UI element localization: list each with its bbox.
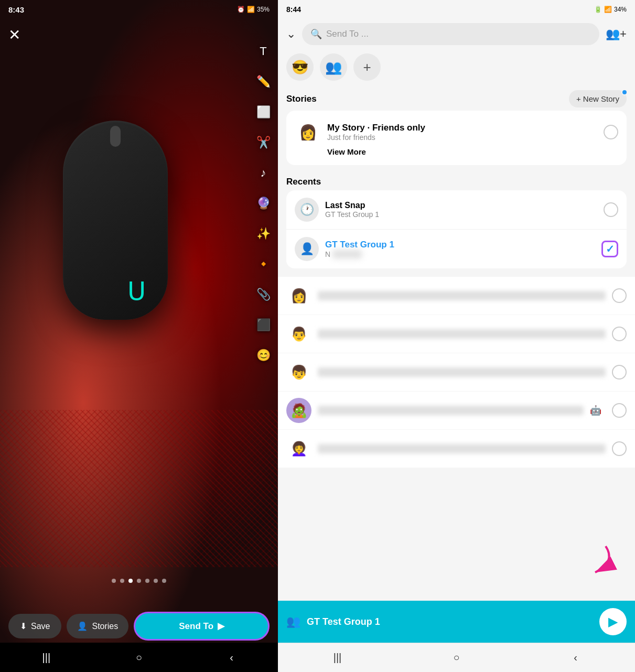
contact-emoji-2[interactable]: 👥 bbox=[320, 53, 347, 81]
contact-avatar-5: 👩‍🦱 bbox=[286, 436, 311, 461]
my-story-radio[interactable] bbox=[604, 125, 618, 139]
save-button[interactable]: ⬇ Save bbox=[8, 614, 61, 638]
home-nav-icon[interactable]: ○ bbox=[128, 647, 149, 668]
last-snap-radio[interactable] bbox=[604, 202, 618, 217]
add-friends-button[interactable]: 👥+ bbox=[606, 24, 627, 45]
crop-icon[interactable]: ⬛ bbox=[254, 316, 273, 334]
contact-item-2[interactable]: 👨 bbox=[278, 315, 635, 353]
contacts-list: 👩 👨 👦 🧟 🤖 👩‍🦱 bbox=[278, 277, 635, 601]
contact-avatar-3: 👦 bbox=[286, 360, 311, 385]
contact-1-radio[interactable] bbox=[612, 288, 627, 303]
new-story-dot bbox=[621, 89, 628, 95]
signal-icon-right: 📶 bbox=[604, 6, 612, 13]
contact-name-1-blurred bbox=[318, 291, 606, 300]
status-icons-right: 🔋 📶 34% bbox=[594, 6, 627, 13]
send-to-button[interactable]: Send To ▶ bbox=[134, 612, 270, 641]
contact-avatar-1: 👩 bbox=[286, 283, 311, 308]
my-story-card: 👩 My Story · Friends only Just for frien… bbox=[286, 111, 627, 165]
eraser-icon[interactable]: 🔸 bbox=[254, 255, 273, 274]
contact-name-4-blurred bbox=[318, 406, 584, 415]
text-tool-icon[interactable]: T bbox=[254, 42, 273, 61]
my-story-avatar: 👩 bbox=[295, 119, 321, 145]
sticker-icon[interactable]: ⬜ bbox=[254, 103, 273, 122]
send-to-label: GT Test Group 1 bbox=[307, 616, 593, 627]
dot-5 bbox=[145, 579, 149, 583]
wifi-icon: 📶 bbox=[247, 6, 255, 13]
nav-bar-right: ||| ○ ‹ bbox=[278, 643, 635, 672]
alarm-icon: ⏰ bbox=[237, 6, 245, 13]
contact-item-3[interactable]: 👦 bbox=[278, 353, 635, 391]
contact-avatar-4: 🧟 bbox=[286, 398, 311, 423]
contact-3-radio[interactable] bbox=[612, 365, 627, 380]
pencil-icon[interactable]: ✏️ bbox=[254, 72, 273, 91]
stories-section: Stories + New Story 👩 My Story · Friends… bbox=[278, 87, 635, 174]
paperclip-icon[interactable]: 📎 bbox=[254, 285, 273, 304]
contact-item-1[interactable]: 👩 bbox=[278, 277, 635, 315]
stories-label: Stories bbox=[92, 622, 118, 631]
search-icon: 🔍 bbox=[310, 28, 322, 40]
gt-group-avatar: 👤 bbox=[295, 237, 319, 261]
last-snap-item[interactable]: 🕐 Last Snap GT Test Group 1 bbox=[286, 190, 627, 229]
checked-circle[interactable]: ✓ bbox=[601, 241, 618, 257]
battery-icon-right: 🔋 bbox=[594, 6, 602, 13]
back-nav-right[interactable]: ‹ bbox=[565, 647, 586, 668]
add-contact-button[interactable]: + bbox=[353, 53, 381, 81]
contact-name-2-blurred bbox=[318, 329, 606, 339]
recents-section: Recents 🕐 Last Snap GT Test Group 1 👤 GT… bbox=[278, 174, 635, 277]
status-icons: ⏰ 📶 35% bbox=[237, 6, 270, 13]
gt-group-subtitle: N xxxxxxxx bbox=[325, 250, 595, 258]
quick-contacts-row: 😎 👥 + bbox=[278, 49, 635, 87]
search-bar[interactable]: 🔍 Send To ... bbox=[302, 23, 599, 45]
send-circle-button[interactable]: ▶ bbox=[599, 608, 627, 635]
fabric-texture bbox=[0, 410, 278, 567]
dot-2 bbox=[120, 579, 124, 583]
recents-nav-icon[interactable]: ||| bbox=[36, 647, 57, 668]
bottom-action-bar: ⬇ Save 👤 Stories Send To ▶ bbox=[0, 612, 278, 641]
gt-group-title: GT Test Group 1 bbox=[325, 240, 595, 250]
recents-nav-right[interactable]: ||| bbox=[327, 647, 348, 668]
stories-button[interactable]: 👤 Stories bbox=[67, 614, 128, 638]
mouse-image: ᑌ bbox=[42, 94, 210, 383]
recents-card: 🕐 Last Snap GT Test Group 1 👤 GT Test Gr… bbox=[286, 190, 627, 268]
my-story-subtitle: Just for friends bbox=[327, 133, 597, 142]
contact-item-5[interactable]: 👩‍🦱 bbox=[278, 430, 635, 468]
robot-icon: 🤖 bbox=[590, 405, 601, 416]
blurred-name: xxxxxxxx bbox=[332, 250, 362, 258]
send-arrow-icon: ▶ bbox=[218, 621, 224, 632]
new-story-button[interactable]: + New Story bbox=[569, 90, 627, 107]
back-nav-icon[interactable]: ‹ bbox=[221, 647, 242, 668]
contact-4-radio[interactable] bbox=[612, 403, 627, 418]
add-friends-icon: 👥+ bbox=[606, 27, 627, 41]
close-button[interactable]: ✕ bbox=[8, 26, 20, 44]
status-bar-right: 8:44 🔋 📶 34% bbox=[278, 0, 635, 19]
chevron-down-icon[interactable]: ⌄ bbox=[286, 27, 296, 41]
contact-2-radio[interactable] bbox=[612, 327, 627, 341]
music-icon[interactable]: ♪ bbox=[254, 164, 273, 182]
clock-icon: 🕐 bbox=[295, 198, 319, 222]
magic-icon[interactable]: ✨ bbox=[254, 224, 273, 243]
search-header: ⌄ 🔍 Send To ... 👥+ bbox=[278, 19, 635, 49]
nav-bar: ||| ○ ‹ bbox=[0, 643, 278, 672]
recents-header: Recents bbox=[286, 174, 627, 190]
battery-icon: 35% bbox=[257, 6, 270, 13]
send-to-label: Send To bbox=[179, 621, 213, 632]
last-snap-title: Last Snap bbox=[325, 201, 597, 210]
contact-emoji-1[interactable]: 😎 bbox=[286, 53, 314, 81]
contact-name-5-blurred bbox=[318, 444, 606, 453]
lens-icon[interactable]: 🔮 bbox=[254, 194, 273, 213]
dot-7 bbox=[162, 579, 166, 583]
view-more-link[interactable]: View More bbox=[327, 147, 366, 156]
recents-title: Recents bbox=[286, 177, 321, 187]
scissors-icon[interactable]: ✂️ bbox=[254, 133, 273, 152]
dot-6 bbox=[154, 579, 158, 583]
gt-group-item[interactable]: 👤 GT Test Group 1 N xxxxxxxx ✓ bbox=[286, 229, 627, 268]
emoji-icon[interactable]: 😊 bbox=[254, 346, 273, 365]
dot-1 bbox=[112, 579, 116, 583]
dot-4 bbox=[137, 579, 141, 583]
status-time-right: 8:44 bbox=[286, 5, 301, 14]
contact-5-radio[interactable] bbox=[612, 441, 627, 456]
last-snap-subtitle: GT Test Group 1 bbox=[325, 210, 597, 219]
contact-item-4[interactable]: 🧟 🤖 bbox=[278, 392, 635, 429]
home-nav-right[interactable]: ○ bbox=[446, 647, 467, 668]
checkmark-icon: ✓ bbox=[606, 243, 615, 255]
